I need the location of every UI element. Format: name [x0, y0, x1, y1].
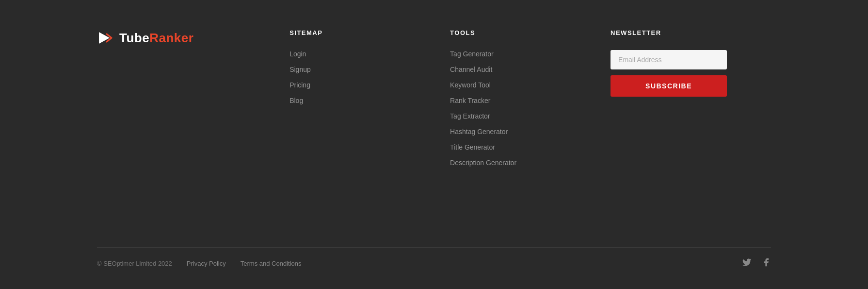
tools-link-rank-tracker[interactable]: Rank Tracker	[450, 97, 611, 104]
newsletter-section: NEWSLETTER SUBSCRIBE	[611, 29, 771, 238]
terms-conditions-link[interactable]: Terms and Conditions	[241, 260, 302, 267]
facebook-link[interactable]	[761, 257, 771, 270]
tools-link-hashtag-generator[interactable]: Hashtag Generator	[450, 128, 611, 136]
logo-text-orange: Ranker	[149, 31, 193, 45]
svg-marker-0	[99, 32, 110, 44]
newsletter-heading: NEWSLETTER	[611, 29, 771, 36]
footer-bottom: © SEOptimer Limited 2022 Privacy Policy …	[97, 247, 771, 270]
footer-bottom-left: © SEOptimer Limited 2022 Privacy Policy …	[97, 260, 301, 267]
footer: TubeRanker SITEMAP Login Signup Pricing …	[0, 0, 868, 289]
logo-wrapper[interactable]: TubeRanker	[97, 29, 193, 47]
tools-link-keyword-tool[interactable]: Keyword Tool	[450, 81, 611, 89]
sitemap-heading: SITEMAP	[289, 29, 450, 36]
privacy-policy-link[interactable]: Privacy Policy	[187, 260, 226, 267]
logo-text-white: Tube	[119, 31, 149, 45]
tools-link-title-generator[interactable]: Title Generator	[450, 143, 611, 151]
sitemap-section: SITEMAP Login Signup Pricing Blog	[289, 29, 450, 238]
copyright-text: © SEOptimer Limited 2022	[97, 260, 172, 267]
tools-link-tag-extractor[interactable]: Tag Extractor	[450, 112, 611, 120]
email-input[interactable]	[611, 50, 727, 69]
sitemap-link-login[interactable]: Login	[289, 50, 450, 58]
tools-link-channel-audit[interactable]: Channel Audit	[450, 66, 611, 73]
footer-main: TubeRanker SITEMAP Login Signup Pricing …	[97, 29, 771, 238]
tools-section: TOOLS Tag Generator Channel Audit Keywor…	[450, 29, 611, 238]
tools-heading: TOOLS	[450, 29, 611, 36]
tools-link-description-generator[interactable]: Description Generator	[450, 159, 611, 167]
logo-text: TubeRanker	[119, 31, 193, 46]
twitter-icon	[742, 257, 752, 267]
sitemap-link-signup[interactable]: Signup	[289, 66, 450, 73]
tools-link-tag-generator[interactable]: Tag Generator	[450, 50, 611, 58]
sitemap-link-pricing[interactable]: Pricing	[289, 81, 450, 89]
facebook-icon	[761, 257, 771, 267]
tuberanker-logo-icon	[97, 29, 114, 47]
twitter-link[interactable]	[742, 257, 752, 270]
subscribe-button[interactable]: SUBSCRIBE	[611, 75, 727, 97]
sitemap-link-blog[interactable]: Blog	[289, 97, 450, 104]
logo-section: TubeRanker	[97, 29, 289, 238]
social-icons	[742, 257, 771, 270]
